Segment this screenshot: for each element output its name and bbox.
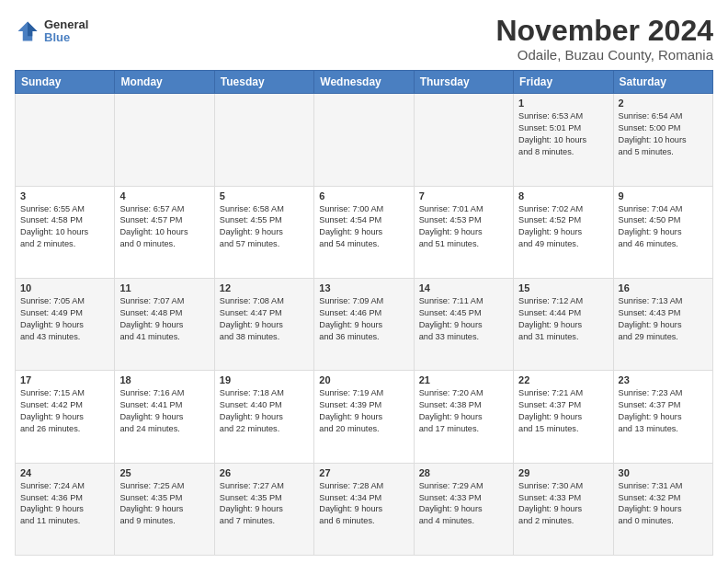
day-info: Sunrise: 7:20 AM Sunset: 4:38 PM Dayligh… <box>419 387 508 435</box>
day-number: 22 <box>518 374 608 385</box>
day-info: Sunrise: 7:08 AM Sunset: 4:47 PM Dayligh… <box>220 295 309 343</box>
day-number: 6 <box>319 190 408 201</box>
day-number: 10 <box>20 282 109 293</box>
day-info: Sunrise: 7:31 AM Sunset: 4:32 PM Dayligh… <box>619 480 708 528</box>
calendar-cell: 4Sunrise: 6:57 AM Sunset: 4:57 PM Daylig… <box>115 186 214 278</box>
day-number: 26 <box>220 467 309 478</box>
calendar-cell: 18Sunrise: 7:16 AM Sunset: 4:41 PM Dayli… <box>115 371 214 463</box>
day-info: Sunrise: 6:55 AM Sunset: 4:58 PM Dayligh… <box>20 203 109 251</box>
day-info: Sunrise: 7:11 AM Sunset: 4:45 PM Dayligh… <box>419 295 508 343</box>
calendar-cell: 7Sunrise: 7:01 AM Sunset: 4:53 PM Daylig… <box>414 186 513 278</box>
day-info: Sunrise: 7:23 AM Sunset: 4:37 PM Dayligh… <box>619 387 708 435</box>
svg-marker-1 <box>28 22 38 37</box>
calendar-cell: 1Sunrise: 6:53 AM Sunset: 5:01 PM Daylig… <box>514 94 613 186</box>
calendar-header-thursday: Thursday <box>414 71 513 94</box>
day-info: Sunrise: 7:21 AM Sunset: 4:37 PM Dayligh… <box>518 387 608 435</box>
calendar-header-friday: Friday <box>514 71 613 94</box>
calendar-header-row: SundayMondayTuesdayWednesdayThursdayFrid… <box>16 71 713 94</box>
calendar-header-monday: Monday <box>115 71 214 94</box>
day-info: Sunrise: 7:24 AM Sunset: 4:36 PM Dayligh… <box>20 480 109 528</box>
day-info: Sunrise: 7:19 AM Sunset: 4:39 PM Dayligh… <box>319 387 408 435</box>
day-number: 25 <box>119 467 209 478</box>
calendar-cell: 23Sunrise: 7:23 AM Sunset: 4:37 PM Dayli… <box>613 371 712 463</box>
calendar-cell: 15Sunrise: 7:12 AM Sunset: 4:44 PM Dayli… <box>514 278 613 370</box>
day-info: Sunrise: 7:05 AM Sunset: 4:49 PM Dayligh… <box>20 295 109 343</box>
calendar-cell: 6Sunrise: 7:00 AM Sunset: 4:54 PM Daylig… <box>314 186 414 278</box>
calendar-week-row: 17Sunrise: 7:15 AM Sunset: 4:42 PM Dayli… <box>16 371 713 463</box>
logo-general-text: General <box>44 18 88 31</box>
day-info: Sunrise: 7:13 AM Sunset: 4:43 PM Dayligh… <box>619 295 708 343</box>
day-number: 29 <box>518 467 608 478</box>
logo-icon <box>15 18 40 44</box>
calendar-header-wednesday: Wednesday <box>314 71 414 94</box>
day-info: Sunrise: 7:01 AM Sunset: 4:53 PM Dayligh… <box>419 203 508 251</box>
day-info: Sunrise: 7:30 AM Sunset: 4:33 PM Dayligh… <box>518 480 608 528</box>
day-info: Sunrise: 7:29 AM Sunset: 4:33 PM Dayligh… <box>419 480 508 528</box>
month-title: November 2024 <box>495 15 713 47</box>
day-info: Sunrise: 6:57 AM Sunset: 4:57 PM Dayligh… <box>119 203 209 251</box>
calendar-header-tuesday: Tuesday <box>214 71 313 94</box>
calendar-cell: 30Sunrise: 7:31 AM Sunset: 4:32 PM Dayli… <box>613 463 712 555</box>
calendar-cell: 12Sunrise: 7:08 AM Sunset: 4:47 PM Dayli… <box>214 278 313 370</box>
day-info: Sunrise: 7:04 AM Sunset: 4:50 PM Dayligh… <box>619 203 708 251</box>
day-number: 27 <box>319 467 408 478</box>
title-block: November 2024 Odaile, Buzau County, Roma… <box>495 15 713 63</box>
day-number: 18 <box>119 374 209 385</box>
calendar-cell: 9Sunrise: 7:04 AM Sunset: 4:50 PM Daylig… <box>613 186 712 278</box>
day-number: 11 <box>119 282 209 293</box>
location: Odaile, Buzau County, Romania <box>495 47 713 63</box>
day-info: Sunrise: 7:16 AM Sunset: 4:41 PM Dayligh… <box>119 387 209 435</box>
day-info: Sunrise: 7:02 AM Sunset: 4:52 PM Dayligh… <box>518 203 608 251</box>
day-info: Sunrise: 6:54 AM Sunset: 5:00 PM Dayligh… <box>619 110 708 158</box>
day-number: 23 <box>619 374 708 385</box>
day-number: 3 <box>20 190 109 201</box>
calendar-cell: 21Sunrise: 7:20 AM Sunset: 4:38 PM Dayli… <box>414 371 513 463</box>
calendar-cell <box>414 94 513 186</box>
day-info: Sunrise: 7:27 AM Sunset: 4:35 PM Dayligh… <box>220 480 309 528</box>
day-info: Sunrise: 7:25 AM Sunset: 4:35 PM Dayligh… <box>119 480 209 528</box>
day-number: 2 <box>619 98 708 109</box>
calendar-cell: 25Sunrise: 7:25 AM Sunset: 4:35 PM Dayli… <box>115 463 214 555</box>
calendar-cell: 27Sunrise: 7:28 AM Sunset: 4:34 PM Dayli… <box>314 463 414 555</box>
day-number: 16 <box>619 282 708 293</box>
day-number: 20 <box>319 374 408 385</box>
calendar-cell: 28Sunrise: 7:29 AM Sunset: 4:33 PM Dayli… <box>414 463 513 555</box>
calendar-cell <box>214 94 313 186</box>
day-number: 17 <box>20 374 109 385</box>
calendar-week-row: 10Sunrise: 7:05 AM Sunset: 4:49 PM Dayli… <box>16 278 713 370</box>
day-info: Sunrise: 6:58 AM Sunset: 4:55 PM Dayligh… <box>220 203 309 251</box>
header: General Blue November 2024 Odaile, Buzau… <box>15 15 713 63</box>
day-number: 28 <box>419 467 508 478</box>
day-info: Sunrise: 7:00 AM Sunset: 4:54 PM Dayligh… <box>319 203 408 251</box>
calendar-cell: 10Sunrise: 7:05 AM Sunset: 4:49 PM Dayli… <box>16 278 115 370</box>
calendar-table: SundayMondayTuesdayWednesdayThursdayFrid… <box>15 70 713 556</box>
day-number: 5 <box>220 190 309 201</box>
calendar-cell: 24Sunrise: 7:24 AM Sunset: 4:36 PM Dayli… <box>16 463 115 555</box>
day-number: 15 <box>518 282 608 293</box>
page: General Blue November 2024 Odaile, Buzau… <box>0 0 728 563</box>
day-info: Sunrise: 7:18 AM Sunset: 4:40 PM Dayligh… <box>220 387 309 435</box>
day-info: Sunrise: 7:28 AM Sunset: 4:34 PM Dayligh… <box>319 480 408 528</box>
calendar-header-sunday: Sunday <box>16 71 115 94</box>
day-number: 8 <box>518 190 608 201</box>
logo-blue-text: Blue <box>44 31 88 44</box>
calendar-week-row: 24Sunrise: 7:24 AM Sunset: 4:36 PM Dayli… <box>16 463 713 555</box>
day-info: Sunrise: 7:07 AM Sunset: 4:48 PM Dayligh… <box>119 295 209 343</box>
calendar-cell: 29Sunrise: 7:30 AM Sunset: 4:33 PM Dayli… <box>514 463 613 555</box>
day-number: 24 <box>20 467 109 478</box>
day-number: 4 <box>119 190 209 201</box>
day-number: 9 <box>619 190 708 201</box>
calendar-cell: 20Sunrise: 7:19 AM Sunset: 4:39 PM Dayli… <box>314 371 414 463</box>
calendar-cell: 8Sunrise: 7:02 AM Sunset: 4:52 PM Daylig… <box>514 186 613 278</box>
day-number: 14 <box>419 282 508 293</box>
logo: General Blue <box>15 18 88 45</box>
calendar-cell <box>16 94 115 186</box>
calendar-cell: 19Sunrise: 7:18 AM Sunset: 4:40 PM Dayli… <box>214 371 313 463</box>
calendar-cell: 14Sunrise: 7:11 AM Sunset: 4:45 PM Dayli… <box>414 278 513 370</box>
calendar-cell: 17Sunrise: 7:15 AM Sunset: 4:42 PM Dayli… <box>16 371 115 463</box>
day-number: 1 <box>518 98 608 109</box>
day-number: 30 <box>619 467 708 478</box>
calendar-cell <box>314 94 414 186</box>
day-number: 12 <box>220 282 309 293</box>
day-info: Sunrise: 7:09 AM Sunset: 4:46 PM Dayligh… <box>319 295 408 343</box>
